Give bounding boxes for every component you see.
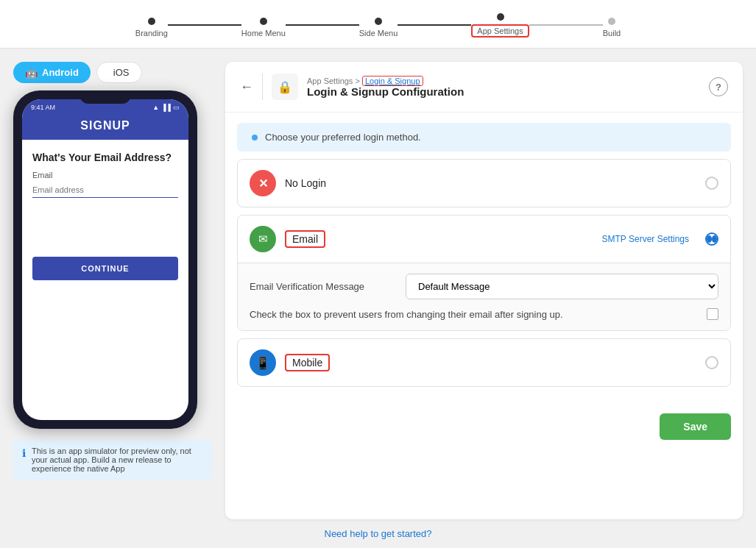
email-label-highlighted: Email	[285, 230, 325, 248]
phone-screen: 9:41 AM ▲ ▐▐ ▭ SIGNUP What's Your Email …	[22, 99, 188, 420]
no-login-header: ✕ No Login	[238, 160, 730, 207]
verification-select[interactable]: Default MessageCustom Message	[406, 274, 718, 299]
no-login-label: No Login	[285, 177, 696, 189]
wifi-icon: ▲	[152, 104, 159, 111]
no-login-radio[interactable]	[705, 177, 718, 190]
save-bar: Save	[225, 406, 743, 452]
email-option: ✉ Email SMTP Server Settings Email Verif…	[237, 215, 731, 331]
step-app-settings[interactable]: App Settings	[471, 13, 529, 38]
lock-icon: 🔒	[278, 80, 292, 94]
phone-continue-button[interactable]: CONTINUE	[32, 257, 178, 280]
breadcrumb-prefix: App Settings >	[307, 76, 360, 85]
email-icon: ✉	[250, 226, 276, 252]
email-label: Email	[285, 230, 593, 248]
prevent-email-change-row: Check the box to prevent users from chan…	[250, 308, 718, 320]
prevent-email-label: Check the box to prevent users from chan…	[250, 309, 699, 320]
phone-mockup: 9:41 AM ▲ ▐▐ ▭ SIGNUP What's Your Email …	[13, 90, 197, 429]
notice-text: This is an app simulator for preview onl…	[32, 446, 203, 473]
step-dot	[148, 18, 155, 25]
email-sub-panel: Email Verification Message Default Messa…	[238, 263, 730, 330]
phone-signup-title: What's Your Email Address?	[32, 152, 178, 163]
no-login-option: ✕ No Login	[237, 159, 731, 207]
step-line	[529, 24, 603, 26]
android-icon: 🤖	[25, 67, 38, 79]
phone-notch	[80, 90, 131, 104]
platform-tabs: 🤖 Android iOS	[13, 62, 212, 83]
mobile-label: Mobile	[285, 354, 696, 371]
step-label: Branding	[135, 29, 168, 38]
info-dot	[252, 135, 258, 140]
mobile-option: 📱 Mobile	[237, 338, 731, 387]
bottom-help: Need help to get started?	[0, 519, 756, 545]
step-dot	[260, 18, 267, 25]
email-verification-row: Email Verification Message Default Messa…	[250, 274, 718, 299]
tab-android[interactable]: 🤖 Android	[13, 62, 91, 83]
step-build[interactable]: Build	[603, 18, 621, 38]
smtp-settings-link[interactable]: SMTP Server Settings	[602, 234, 690, 244]
step-line	[286, 24, 359, 26]
battery-icon: ▭	[173, 104, 180, 111]
header-text: App Settings > Login & Signup Login & Si…	[307, 76, 700, 98]
step-side-menu[interactable]: Side Menu	[359, 18, 398, 38]
info-banner-msg: Choose your preferred login method.	[265, 132, 421, 143]
login-options: ✕ No Login ✉ Email SMTP Server Settings	[225, 152, 743, 406]
header-icon: 🔒	[272, 74, 298, 100]
info-banner: Email Verification Message Choose your p…	[237, 123, 731, 152]
help-link[interactable]: Need help to get started?	[325, 528, 432, 539]
mobile-radio[interactable]	[705, 356, 718, 369]
prevent-email-checkbox[interactable]	[707, 308, 718, 320]
right-panel: ← 🔒 App Settings > Login & Signup Login …	[225, 62, 743, 519]
mobile-icon: 📱	[250, 349, 276, 376]
phone-content: What's Your Email Address? Email CONTINU…	[22, 140, 188, 420]
step-label-highlighted: App Settings	[471, 24, 529, 38]
phone-field-label: Email	[32, 171, 178, 179]
tab-ios[interactable]: iOS	[96, 62, 142, 83]
step-home-menu[interactable]: Home Menu	[241, 18, 286, 38]
mobile-label-highlighted: Mobile	[285, 354, 330, 371]
email-header: ✉ Email SMTP Server Settings	[238, 216, 730, 263]
step-line	[398, 24, 471, 26]
android-label: Android	[42, 67, 79, 78]
step-dot	[375, 18, 382, 25]
help-button[interactable]: ?	[709, 77, 728, 96]
breadcrumb: App Settings > Login & Signup	[307, 76, 700, 85]
step-dot	[497, 13, 504, 21]
left-panel: 🤖 Android iOS 9:41 AM ▲ ▐▐ ▭	[13, 62, 212, 519]
breadcrumb-link[interactable]: Login & Signup	[362, 76, 423, 86]
panel-header: ← 🔒 App Settings > Login & Signup Login …	[225, 62, 743, 113]
back-button[interactable]: ←	[240, 79, 253, 95]
signal-icon: ▐▐	[161, 104, 171, 111]
ios-label: iOS	[113, 67, 130, 78]
stepper-bar: Branding Home Menu Side Menu App Setting…	[0, 0, 756, 49]
simulator-notice: ℹ This is an app simulator for preview o…	[13, 439, 212, 480]
step-label: Build	[603, 29, 621, 38]
mobile-header: 📱 Mobile	[238, 339, 730, 386]
verification-label: Email Verification Message	[250, 281, 397, 292]
no-login-icon: ✕	[250, 170, 276, 196]
email-radio[interactable]	[705, 232, 718, 246]
phone-email-input[interactable]	[32, 184, 178, 198]
phone-header: SIGNUP	[22, 113, 188, 140]
step-label: Side Menu	[359, 29, 398, 38]
save-button[interactable]: Save	[660, 413, 731, 440]
status-icons: ▲ ▐▐ ▭	[152, 104, 180, 111]
info-icon: ℹ	[22, 447, 26, 459]
panel-title: Login & Signup Configuration	[307, 85, 700, 98]
step-dot	[608, 18, 615, 25]
phone-time: 9:41 AM	[31, 104, 55, 111]
step-label: Home Menu	[241, 29, 286, 38]
header-divider	[262, 74, 263, 100]
step-line	[168, 24, 241, 26]
step-branding[interactable]: Branding	[135, 18, 168, 38]
